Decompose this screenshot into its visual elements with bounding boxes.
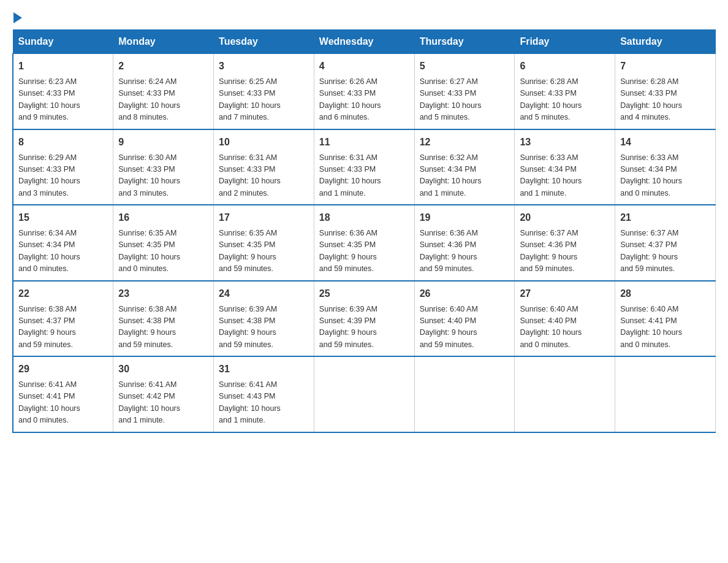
day-info: Sunrise: 6:26 AMSunset: 4:33 PMDaylight:…: [319, 76, 409, 124]
calendar-cell: 31Sunrise: 6:41 AMSunset: 4:43 PMDayligh…: [214, 356, 314, 432]
day-number: 27: [520, 286, 610, 301]
calendar-cell: [314, 356, 414, 432]
day-info: Sunrise: 6:31 AMSunset: 4:33 PMDaylight:…: [219, 152, 309, 200]
calendar-cell: 18Sunrise: 6:36 AMSunset: 4:35 PMDayligh…: [314, 205, 414, 281]
day-info: Sunrise: 6:36 AMSunset: 4:36 PMDaylight:…: [420, 228, 510, 275]
day-info: Sunrise: 6:40 AMSunset: 4:40 PMDaylight:…: [420, 304, 510, 351]
weekday-header-thursday: Thursday: [414, 30, 515, 54]
weekday-header-wednesday: Wednesday: [314, 30, 414, 54]
day-info: Sunrise: 6:41 AMSunset: 4:43 PMDaylight:…: [219, 379, 309, 427]
day-number: 22: [18, 286, 108, 301]
calendar-cell: 15Sunrise: 6:34 AMSunset: 4:34 PMDayligh…: [13, 205, 113, 281]
day-info: Sunrise: 6:34 AMSunset: 4:34 PMDaylight:…: [18, 228, 108, 275]
calendar-cell: [615, 356, 716, 432]
day-info: Sunrise: 6:38 AMSunset: 4:38 PMDaylight:…: [118, 304, 208, 351]
day-info: Sunrise: 6:27 AMSunset: 4:33 PMDaylight:…: [420, 76, 510, 124]
day-number: 20: [520, 210, 610, 225]
calendar-cell: 4Sunrise: 6:26 AMSunset: 4:33 PMDaylight…: [314, 54, 414, 129]
calendar-cell: 1Sunrise: 6:23 AMSunset: 4:33 PMDaylight…: [13, 54, 113, 129]
calendar-cell: 20Sunrise: 6:37 AMSunset: 4:36 PMDayligh…: [515, 205, 615, 281]
day-number: 8: [18, 135, 108, 150]
day-number: 13: [520, 135, 610, 150]
day-number: 2: [118, 59, 208, 74]
calendar-cell: 14Sunrise: 6:33 AMSunset: 4:34 PMDayligh…: [615, 129, 716, 205]
calendar-cell: 28Sunrise: 6:40 AMSunset: 4:41 PMDayligh…: [615, 281, 716, 357]
calendar-cell: 30Sunrise: 6:41 AMSunset: 4:42 PMDayligh…: [113, 356, 214, 432]
day-number: 30: [118, 362, 208, 377]
calendar-cell: 5Sunrise: 6:27 AMSunset: 4:33 PMDaylight…: [414, 54, 515, 129]
day-number: 18: [319, 210, 409, 225]
calendar-week-row: 15Sunrise: 6:34 AMSunset: 4:34 PMDayligh…: [13, 205, 716, 281]
day-info: Sunrise: 6:33 AMSunset: 4:34 PMDaylight:…: [520, 152, 610, 200]
day-info: Sunrise: 6:25 AMSunset: 4:33 PMDaylight:…: [219, 76, 309, 124]
day-info: Sunrise: 6:40 AMSunset: 4:41 PMDaylight:…: [620, 304, 710, 351]
day-info: Sunrise: 6:38 AMSunset: 4:37 PMDaylight:…: [18, 304, 108, 351]
page-header: [12, 12, 716, 23]
calendar-cell: 8Sunrise: 6:29 AMSunset: 4:33 PMDaylight…: [13, 129, 113, 205]
calendar-cell: 22Sunrise: 6:38 AMSunset: 4:37 PMDayligh…: [13, 281, 113, 357]
day-info: Sunrise: 6:41 AMSunset: 4:42 PMDaylight:…: [118, 379, 208, 427]
day-number: 23: [118, 286, 208, 301]
day-number: 24: [219, 286, 309, 301]
calendar-cell: 25Sunrise: 6:39 AMSunset: 4:39 PMDayligh…: [314, 281, 414, 357]
day-info: Sunrise: 6:31 AMSunset: 4:33 PMDaylight:…: [319, 152, 409, 200]
calendar-week-row: 8Sunrise: 6:29 AMSunset: 4:33 PMDaylight…: [13, 129, 716, 205]
day-number: 31: [219, 362, 309, 377]
weekday-header-sunday: Sunday: [13, 30, 113, 54]
day-info: Sunrise: 6:35 AMSunset: 4:35 PMDaylight:…: [219, 228, 309, 275]
logo-arrow-icon: [13, 12, 22, 23]
day-info: Sunrise: 6:28 AMSunset: 4:33 PMDaylight:…: [520, 76, 610, 124]
calendar-cell: 6Sunrise: 6:28 AMSunset: 4:33 PMDaylight…: [515, 54, 615, 129]
calendar-cell: 27Sunrise: 6:40 AMSunset: 4:40 PMDayligh…: [515, 281, 615, 357]
calendar-table: SundayMondayTuesdayWednesdayThursdayFrid…: [12, 29, 716, 433]
calendar-cell: 17Sunrise: 6:35 AMSunset: 4:35 PMDayligh…: [214, 205, 314, 281]
day-info: Sunrise: 6:24 AMSunset: 4:33 PMDaylight:…: [118, 76, 208, 124]
day-number: 25: [319, 286, 409, 301]
weekday-header-friday: Friday: [515, 30, 615, 54]
day-number: 15: [18, 210, 108, 225]
day-number: 4: [319, 59, 409, 74]
calendar-cell: 13Sunrise: 6:33 AMSunset: 4:34 PMDayligh…: [515, 129, 615, 205]
calendar-week-row: 1Sunrise: 6:23 AMSunset: 4:33 PMDaylight…: [13, 54, 716, 129]
day-number: 16: [118, 210, 208, 225]
day-info: Sunrise: 6:29 AMSunset: 4:33 PMDaylight:…: [18, 152, 108, 200]
day-number: 5: [420, 59, 510, 74]
day-info: Sunrise: 6:39 AMSunset: 4:38 PMDaylight:…: [219, 304, 309, 351]
day-info: Sunrise: 6:36 AMSunset: 4:35 PMDaylight:…: [319, 228, 409, 275]
calendar-cell: 2Sunrise: 6:24 AMSunset: 4:33 PMDaylight…: [113, 54, 214, 129]
logo: [12, 12, 23, 23]
weekday-header-monday: Monday: [113, 30, 214, 54]
weekday-header-row: SundayMondayTuesdayWednesdayThursdayFrid…: [13, 30, 716, 54]
calendar-week-row: 22Sunrise: 6:38 AMSunset: 4:37 PMDayligh…: [13, 281, 716, 357]
day-info: Sunrise: 6:41 AMSunset: 4:41 PMDaylight:…: [18, 379, 108, 427]
day-number: 19: [420, 210, 510, 225]
day-number: 10: [219, 135, 309, 150]
calendar-cell: 29Sunrise: 6:41 AMSunset: 4:41 PMDayligh…: [13, 356, 113, 432]
day-number: 7: [620, 59, 710, 74]
day-info: Sunrise: 6:39 AMSunset: 4:39 PMDaylight:…: [319, 304, 409, 351]
day-info: Sunrise: 6:32 AMSunset: 4:34 PMDaylight:…: [420, 152, 510, 200]
day-info: Sunrise: 6:37 AMSunset: 4:36 PMDaylight:…: [520, 228, 610, 275]
day-info: Sunrise: 6:28 AMSunset: 4:33 PMDaylight:…: [620, 76, 710, 124]
calendar-cell: 9Sunrise: 6:30 AMSunset: 4:33 PMDaylight…: [113, 129, 214, 205]
day-info: Sunrise: 6:30 AMSunset: 4:33 PMDaylight:…: [118, 152, 208, 200]
calendar-cell: [515, 356, 615, 432]
day-info: Sunrise: 6:23 AMSunset: 4:33 PMDaylight:…: [18, 76, 108, 124]
day-number: 3: [219, 59, 309, 74]
calendar-week-row: 29Sunrise: 6:41 AMSunset: 4:41 PMDayligh…: [13, 356, 716, 432]
day-number: 9: [118, 135, 208, 150]
calendar-cell: 26Sunrise: 6:40 AMSunset: 4:40 PMDayligh…: [414, 281, 515, 357]
day-info: Sunrise: 6:35 AMSunset: 4:35 PMDaylight:…: [118, 228, 208, 275]
day-number: 12: [420, 135, 510, 150]
day-number: 26: [420, 286, 510, 301]
calendar-cell: 19Sunrise: 6:36 AMSunset: 4:36 PMDayligh…: [414, 205, 515, 281]
calendar-cell: 3Sunrise: 6:25 AMSunset: 4:33 PMDaylight…: [214, 54, 314, 129]
calendar-cell: 7Sunrise: 6:28 AMSunset: 4:33 PMDaylight…: [615, 54, 716, 129]
weekday-header-saturday: Saturday: [615, 30, 716, 54]
weekday-header-tuesday: Tuesday: [214, 30, 314, 54]
day-number: 11: [319, 135, 409, 150]
day-info: Sunrise: 6:37 AMSunset: 4:37 PMDaylight:…: [620, 228, 710, 275]
day-number: 17: [219, 210, 309, 225]
calendar-cell: 10Sunrise: 6:31 AMSunset: 4:33 PMDayligh…: [214, 129, 314, 205]
calendar-cell: [414, 356, 515, 432]
